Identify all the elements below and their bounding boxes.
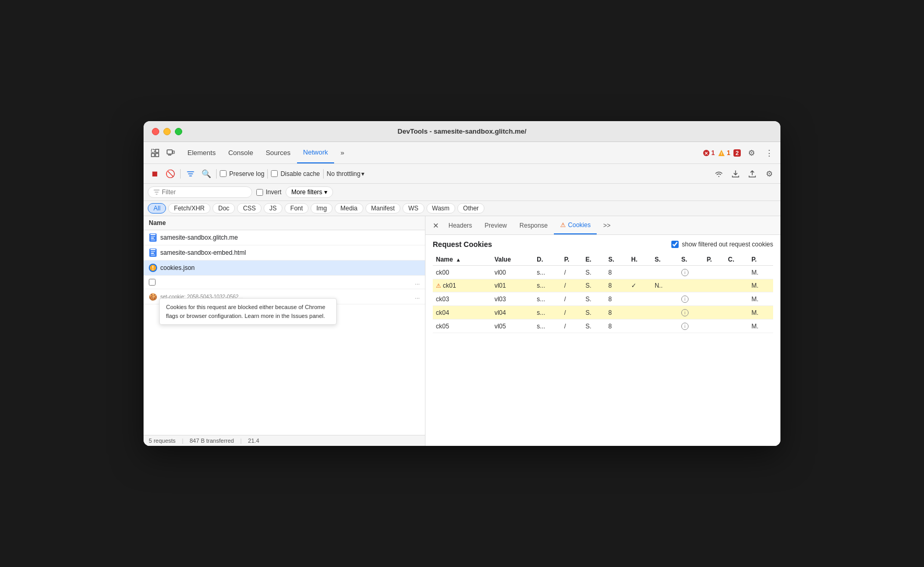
close-panel-button[interactable]: ✕ [430,219,442,232]
col-value[interactable]: Value [491,254,534,266]
invert-checkbox[interactable]: Invert [256,188,281,196]
doc-icon-2 [149,249,157,257]
panel-tab-headers[interactable]: Headers [442,216,478,234]
filter-other[interactable]: Other [457,203,484,214]
filter-all[interactable]: All [148,203,166,214]
svg-rect-3 [156,153,159,157]
search-icon[interactable]: 🔍 [199,167,213,181]
item-name-samesite: samesite-sandbox.glitch.me [160,234,420,241]
col-p[interactable]: P. [561,254,583,266]
svg-text:!: ! [721,151,722,156]
title-bar: DevTools - samesite-sandbox.glitch.me/ [144,121,780,142]
maximize-button[interactable] [175,128,182,135]
filter-input-wrapper[interactable] [148,186,252,198]
cookie-row-ck03[interactable]: ck03 vl03 s... / S. 8 i [433,292,773,306]
throttle-select[interactable]: No throttling ▾ [327,170,365,178]
panel-tab-more[interactable]: >> [597,216,617,234]
cookies-panel: Request Cookies show filtered out reques… [425,235,780,338]
more-icon[interactable]: ⋮ [762,146,776,160]
tab-network[interactable]: Network [297,142,335,163]
tabs-bar: Elements Console Sources Network » ✕ [144,142,780,164]
cookies-table: Name ▲ Value D. P. E. S. H. S. S. [433,254,773,333]
devtools-body: Elements Console Sources Network » ✕ [144,142,780,446]
cookie-name-ck04: ck04 [433,306,491,320]
filter-ws[interactable]: WS [402,203,424,214]
wifi-icon[interactable] [712,167,726,181]
tab-more[interactable]: » [334,142,350,163]
col-c[interactable]: C. [725,254,749,266]
col-s2[interactable]: S. [651,254,678,266]
col-e[interactable]: E. [583,254,606,266]
cookies-title: Request Cookies [433,240,492,249]
warning-icon-cookies: ! [149,264,157,272]
col-s3[interactable]: S. [678,254,704,266]
list-item-embed[interactable]: samesite-sandbox-embed.html [144,245,425,261]
tab-elements[interactable]: Elements [181,142,222,163]
warning-badge: ! 1 [718,149,730,157]
tabs-right: ✕ 1 ! 1 2 ⚙ ⋮ [703,146,777,160]
filter-font[interactable]: Font [285,203,309,214]
tab-console[interactable]: Console [222,142,259,163]
panel-tab-response[interactable]: Response [513,216,554,234]
close-button[interactable] [152,128,159,135]
info-icon-ck03[interactable]: i [681,296,689,303]
cookies-header: Request Cookies show filtered out reques… [433,240,773,249]
stop-recording-button[interactable]: ⏹ [148,167,161,181]
svg-rect-1 [156,149,159,152]
item-name-cookies-json: cookies.json [160,264,420,271]
filter-icon[interactable] [184,167,197,181]
panel-tab-cookies[interactable]: ⚠ Cookies [554,216,597,234]
right-panel: ✕ Headers Preview Response ⚠ Cookies >> [425,216,780,446]
cookie-name-ck01: ⚠ ck01 [433,279,491,292]
cookie-row-ck01[interactable]: ⚠ ck01 vl01 s... / S. 8 ✓ N.. [433,279,773,292]
cookie-row-ck00[interactable]: ck00 vl00 s... / S. 8 i [433,266,773,279]
filter-fetch-xhr[interactable]: Fetch/XHR [168,203,210,214]
col-p3[interactable]: P. [748,254,773,266]
info-icon-ck05[interactable]: i [681,323,689,330]
info-icon-ck00[interactable]: i [681,269,689,276]
devtools-window: DevTools - samesite-sandbox.glitch.me/ [144,121,780,446]
filter-js[interactable]: JS [264,203,282,214]
export-icon[interactable] [745,167,760,181]
list-item-samesite[interactable]: samesite-sandbox.glitch.me [144,230,425,245]
inspect-icon[interactable] [148,146,162,160]
tab-icons-left [148,146,178,160]
import-icon[interactable] [728,167,743,181]
settings-icon[interactable]: ⚙ [744,146,759,160]
filter-input[interactable] [162,188,240,196]
disable-cache-checkbox[interactable]: Disable cache [271,170,319,178]
panel-tab-preview[interactable]: Preview [478,216,513,234]
minimize-button[interactable] [163,128,171,135]
cookie-row-ck05[interactable]: ck05 vl05 s... / S. 8 i [433,320,773,333]
col-h[interactable]: H. [628,254,651,266]
device-icon[interactable] [163,146,178,160]
col-s[interactable]: S. [605,254,628,266]
col-d[interactable]: D. [534,254,561,266]
filter-doc[interactable]: Doc [212,203,235,214]
filter-manifest[interactable]: Manifest [365,203,400,214]
svg-rect-5 [173,151,174,153]
transferred-size: 847 B transferred [189,438,234,444]
svg-rect-0 [151,149,155,152]
clear-button[interactable]: 🚫 [163,167,177,181]
col-name[interactable]: Name ▲ [433,254,491,266]
main-content: Name same [144,216,780,446]
item-checkbox[interactable] [149,279,156,286]
preserve-log-checkbox[interactable]: Preserve log [220,170,264,178]
filter-img[interactable]: Img [311,203,333,214]
filter-wasm[interactable]: Wasm [427,203,456,214]
tab-sources[interactable]: Sources [259,142,297,163]
settings-network-icon[interactable]: ⚙ [762,167,776,181]
list-item-cookies-json[interactable]: ! cookies.json [144,261,425,276]
col-p2[interactable]: P. [704,254,725,266]
filter-css[interactable]: CSS [237,203,262,214]
status-bar: 5 requests | 847 B transferred | 21.4 [144,435,425,446]
info-icon-ck04[interactable]: i [681,309,689,316]
show-filtered-label[interactable]: show filtered out request cookies [671,241,773,248]
show-filtered-checkbox[interactable] [671,241,679,248]
cookie-row-ck04[interactable]: ck04 vl04 s... / S. 8 i [433,306,773,320]
filter-media[interactable]: Media [335,203,363,214]
svg-rect-2 [151,153,155,157]
more-filters-button[interactable]: More filters ▾ [286,186,333,198]
list-item-checkbox[interactable]: ... [144,276,425,289]
